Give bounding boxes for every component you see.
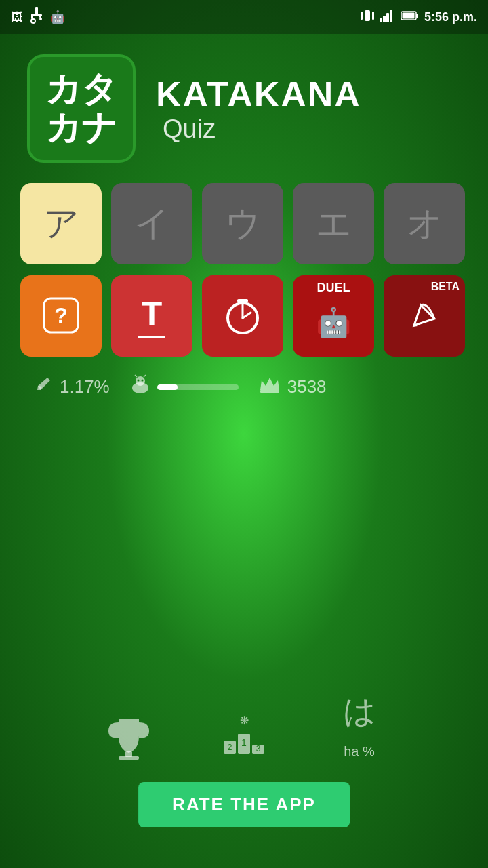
logo-kanji: カタカナ — [45, 70, 117, 147]
stat-crown: 3538 — [259, 375, 327, 399]
beta-mode-button[interactable]: BETA — [384, 275, 465, 357]
stat-android — [130, 374, 239, 399]
svg-point-25 — [141, 380, 143, 382]
svg-rect-2 — [31, 14, 33, 19]
bottom-icons-row: ❋ 2 1 3 は ha % — [0, 694, 488, 760]
type-mode-icon: T — [142, 294, 163, 334]
svg-text:は: は — [343, 694, 376, 729]
svg-rect-7 — [361, 12, 363, 20]
app-subtitle: Quiz — [163, 115, 216, 144]
signal-icon — [380, 9, 396, 26]
random-mode-button[interactable]: ? — [20, 275, 102, 357]
svg-text:3: 3 — [256, 744, 261, 753]
type-mode-button[interactable]: T — [111, 275, 192, 357]
image-icon: 🖼 — [11, 10, 23, 24]
svg-text:2: 2 — [228, 743, 232, 752]
duel-label: DUEL — [317, 281, 350, 295]
svg-rect-29 — [125, 751, 132, 757]
kana-tile-a[interactable]: ア — [20, 183, 102, 264]
rate-app-button[interactable]: RATE THE APP — [138, 782, 350, 827]
svg-point-4 — [31, 19, 35, 23]
svg-rect-0 — [35, 7, 38, 14]
kana-tile-e[interactable]: エ — [293, 183, 374, 264]
time-display: 5:56 p.m. — [424, 10, 477, 24]
svg-rect-6 — [365, 10, 370, 21]
duel-android-icon: 🤖 — [316, 306, 351, 339]
progress-bar-fill — [157, 384, 178, 390]
svg-rect-28 — [260, 390, 279, 393]
status-bar: 🖼 🤖 — [0, 0, 488, 34]
type-underline — [138, 336, 165, 338]
beta-pen-icon — [407, 298, 441, 334]
svg-rect-14 — [416, 14, 418, 18]
svg-point-23 — [136, 376, 145, 386]
progress-bar — [157, 384, 239, 390]
svg-line-27 — [144, 375, 146, 377]
svg-point-24 — [137, 380, 139, 382]
katakana-selector-row: ア イ ウ エ オ — [0, 183, 488, 264]
svg-point-5 — [39, 18, 42, 20]
vibrate-icon — [361, 8, 374, 26]
kana-tile-i[interactable]: イ — [111, 183, 192, 264]
svg-text:❋: ❋ — [240, 715, 249, 726]
stat-pencil: 1.17% — [34, 375, 110, 399]
svg-rect-3 — [39, 14, 41, 18]
svg-rect-8 — [372, 12, 374, 20]
app-logo: カタカナ — [27, 54, 136, 163]
timer-mode-button[interactable] — [202, 275, 283, 357]
app-header: カタカナ KATAKANA Quiz — [0, 34, 488, 176]
svg-rect-19 — [237, 299, 248, 302]
beta-label: BETA — [431, 281, 460, 293]
status-left-icons: 🖼 🤖 — [11, 7, 65, 27]
pencil-icon — [34, 375, 53, 399]
app-title-area: KATAKANA Quiz — [156, 74, 361, 144]
crown-icon — [259, 375, 281, 399]
crown-score: 3538 — [287, 376, 327, 397]
status-right-icons: 5:56 p.m. — [361, 8, 477, 26]
android-icon — [130, 374, 150, 399]
svg-rect-12 — [390, 10, 392, 22]
svg-rect-30 — [119, 756, 139, 760]
battery-icon — [401, 10, 419, 24]
svg-line-21 — [243, 313, 251, 318]
stats-row: 1.17% 3538 — [0, 368, 488, 406]
usb-icon — [30, 7, 43, 27]
random-mode-icon: ? — [41, 295, 81, 338]
svg-text:1: 1 — [241, 737, 247, 748]
kana-tile-o[interactable]: オ — [384, 183, 465, 264]
android-status-icon: 🤖 — [50, 9, 65, 24]
pencil-percent: 1.17% — [60, 376, 110, 397]
app-title: KATAKANA — [156, 74, 361, 115]
svg-text:?: ? — [54, 302, 68, 327]
ha-percent-label: ha % — [344, 744, 375, 760]
svg-rect-9 — [380, 18, 382, 22]
svg-line-26 — [135, 375, 137, 377]
svg-rect-11 — [386, 13, 389, 22]
kana-tile-u[interactable]: ウ — [202, 183, 283, 264]
svg-rect-15 — [402, 12, 414, 18]
trophy-button[interactable] — [105, 712, 152, 760]
timer-mode-icon — [221, 294, 264, 339]
svg-rect-10 — [383, 16, 386, 22]
duel-mode-button[interactable]: DUEL 🤖 — [293, 275, 374, 357]
leaderboard-button[interactable]: ❋ 2 1 3 — [220, 712, 268, 760]
mode-button-row: ? T DUEL 🤖 BETA — [0, 275, 488, 357]
hiragana-percent-button[interactable]: は ha % — [336, 694, 383, 760]
